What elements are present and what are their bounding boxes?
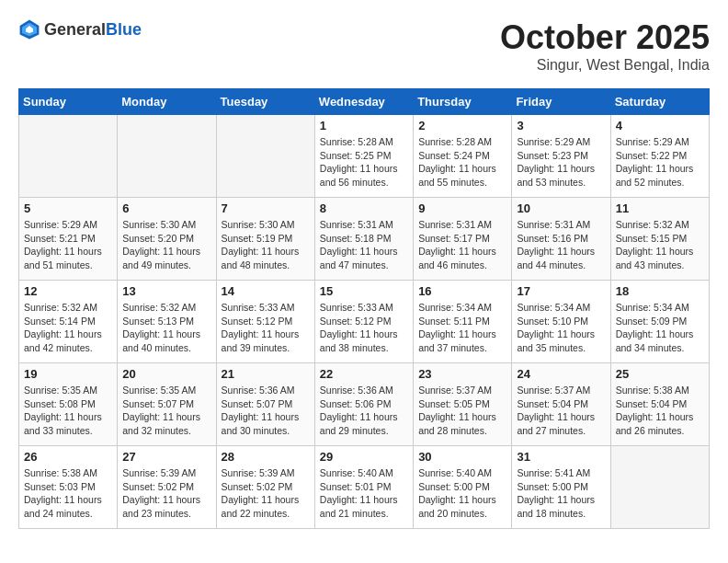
day-number: 8 [320,201,408,215]
day-number: 29 [320,450,408,464]
day-number: 27 [122,450,210,464]
calendar-week-row: 12Sunrise: 5:32 AM Sunset: 5:14 PM Dayli… [19,281,710,363]
day-number: 26 [24,450,112,464]
day-info: Sunrise: 5:29 AM Sunset: 5:23 PM Dayligh… [517,135,605,190]
calendar-cell: 27Sunrise: 5:39 AM Sunset: 5:02 PM Dayli… [118,446,216,529]
day-number: 9 [418,201,506,215]
calendar-cell: 16Sunrise: 5:34 AM Sunset: 5:11 PM Dayli… [414,281,512,363]
weekday-header-row: SundayMondayTuesdayWednesdayThursdayFrid… [19,89,710,115]
calendar-cell: 15Sunrise: 5:33 AM Sunset: 5:12 PM Dayli… [314,281,413,363]
day-number: 18 [616,284,704,298]
page-header: GeneralBlue October 2025 Singur, West Be… [18,18,710,74]
calendar-week-row: 5Sunrise: 5:29 AM Sunset: 5:21 PM Daylig… [19,198,710,281]
calendar-cell [19,115,118,198]
calendar-cell: 6Sunrise: 5:30 AM Sunset: 5:20 PM Daylig… [118,198,216,281]
calendar-cell: 29Sunrise: 5:40 AM Sunset: 5:01 PM Dayli… [314,446,413,529]
weekday-header-tuesday: Tuesday [216,89,314,115]
day-info: Sunrise: 5:33 AM Sunset: 5:12 PM Dayligh… [222,301,310,355]
day-info: Sunrise: 5:37 AM Sunset: 5:05 PM Dayligh… [418,384,506,438]
calendar-cell: 5Sunrise: 5:29 AM Sunset: 5:21 PM Daylig… [19,198,118,281]
day-info: Sunrise: 5:40 AM Sunset: 5:00 PM Dayligh… [418,466,506,521]
day-info: Sunrise: 5:30 AM Sunset: 5:19 PM Dayligh… [222,218,310,272]
calendar-cell: 21Sunrise: 5:36 AM Sunset: 5:07 PM Dayli… [216,363,314,446]
calendar-cell: 31Sunrise: 5:41 AM Sunset: 5:00 PM Dayli… [512,446,610,529]
logo-text: GeneralBlue [44,20,142,40]
day-info: Sunrise: 5:34 AM Sunset: 5:11 PM Dayligh… [418,301,506,355]
day-info: Sunrise: 5:40 AM Sunset: 5:01 PM Dayligh… [320,466,408,521]
calendar-cell: 22Sunrise: 5:36 AM Sunset: 5:06 PM Dayli… [314,363,413,446]
day-info: Sunrise: 5:33 AM Sunset: 5:12 PM Dayligh… [320,301,408,355]
day-number: 6 [122,201,210,215]
calendar-cell: 20Sunrise: 5:35 AM Sunset: 5:07 PM Dayli… [118,363,216,446]
logo: GeneralBlue [18,18,142,40]
day-number: 25 [616,367,704,381]
calendar-cell: 14Sunrise: 5:33 AM Sunset: 5:12 PM Dayli… [216,281,314,363]
day-number: 14 [222,284,310,298]
day-number: 16 [418,284,506,298]
day-number: 28 [222,450,310,464]
day-info: Sunrise: 5:35 AM Sunset: 5:08 PM Dayligh… [24,384,112,438]
logo-general: General [44,20,106,39]
day-number: 30 [418,450,506,464]
weekday-header-friday: Friday [512,89,610,115]
day-info: Sunrise: 5:29 AM Sunset: 5:21 PM Dayligh… [24,218,112,272]
day-info: Sunrise: 5:39 AM Sunset: 5:02 PM Dayligh… [222,466,310,521]
day-number: 20 [122,367,210,381]
calendar-week-row: 19Sunrise: 5:35 AM Sunset: 5:08 PM Dayli… [19,363,710,446]
weekday-header-wednesday: Wednesday [314,89,413,115]
day-info: Sunrise: 5:32 AM Sunset: 5:15 PM Dayligh… [616,218,704,272]
day-info: Sunrise: 5:36 AM Sunset: 5:07 PM Dayligh… [222,384,310,438]
day-info: Sunrise: 5:29 AM Sunset: 5:22 PM Dayligh… [616,135,704,190]
calendar-cell: 19Sunrise: 5:35 AM Sunset: 5:08 PM Dayli… [19,363,118,446]
day-info: Sunrise: 5:39 AM Sunset: 5:02 PM Dayligh… [122,466,210,521]
day-info: Sunrise: 5:38 AM Sunset: 5:03 PM Dayligh… [24,466,112,521]
month-title: October 2025 [500,18,710,57]
day-info: Sunrise: 5:31 AM Sunset: 5:16 PM Dayligh… [517,218,605,272]
day-number: 4 [616,119,704,132]
weekday-header-thursday: Thursday [414,89,512,115]
calendar-cell: 24Sunrise: 5:37 AM Sunset: 5:04 PM Dayli… [512,363,610,446]
calendar-cell: 25Sunrise: 5:38 AM Sunset: 5:04 PM Dayli… [610,363,709,446]
day-info: Sunrise: 5:34 AM Sunset: 5:10 PM Dayligh… [517,301,605,355]
day-number: 24 [517,367,605,381]
day-number: 12 [24,284,112,298]
day-number: 1 [320,119,408,132]
location-title: Singur, West Bengal, India [500,57,710,74]
calendar-cell: 23Sunrise: 5:37 AM Sunset: 5:05 PM Dayli… [414,363,512,446]
calendar-cell: 17Sunrise: 5:34 AM Sunset: 5:10 PM Dayli… [512,281,610,363]
day-number: 11 [616,201,704,215]
calendar-cell: 4Sunrise: 5:29 AM Sunset: 5:22 PM Daylig… [610,115,709,198]
calendar-week-row: 26Sunrise: 5:38 AM Sunset: 5:03 PM Dayli… [19,446,710,529]
day-info: Sunrise: 5:41 AM Sunset: 5:00 PM Dayligh… [517,466,605,521]
day-info: Sunrise: 5:28 AM Sunset: 5:25 PM Dayligh… [320,135,408,190]
day-info: Sunrise: 5:28 AM Sunset: 5:24 PM Dayligh… [418,135,506,190]
calendar-cell: 8Sunrise: 5:31 AM Sunset: 5:18 PM Daylig… [314,198,413,281]
title-area: October 2025 Singur, West Bengal, India [500,18,710,74]
day-info: Sunrise: 5:30 AM Sunset: 5:20 PM Dayligh… [122,218,210,272]
day-info: Sunrise: 5:38 AM Sunset: 5:04 PM Dayligh… [616,384,704,438]
weekday-header-sunday: Sunday [19,89,118,115]
logo-blue: Blue [106,20,142,39]
day-number: 5 [24,201,112,215]
day-number: 23 [418,367,506,381]
day-number: 19 [24,367,112,381]
day-number: 15 [320,284,408,298]
day-number: 10 [517,201,605,215]
calendar-cell [216,115,314,198]
day-number: 31 [517,450,605,464]
day-number: 13 [122,284,210,298]
calendar-cell: 7Sunrise: 5:30 AM Sunset: 5:19 PM Daylig… [216,198,314,281]
day-info: Sunrise: 5:35 AM Sunset: 5:07 PM Dayligh… [122,384,210,438]
calendar-cell [118,115,216,198]
calendar-cell: 18Sunrise: 5:34 AM Sunset: 5:09 PM Dayli… [610,281,709,363]
calendar-cell: 30Sunrise: 5:40 AM Sunset: 5:00 PM Dayli… [414,446,512,529]
calendar-cell: 3Sunrise: 5:29 AM Sunset: 5:23 PM Daylig… [512,115,610,198]
day-info: Sunrise: 5:31 AM Sunset: 5:17 PM Dayligh… [418,218,506,272]
day-info: Sunrise: 5:32 AM Sunset: 5:13 PM Dayligh… [122,301,210,355]
calendar-cell [610,446,709,529]
day-info: Sunrise: 5:31 AM Sunset: 5:18 PM Dayligh… [320,218,408,272]
weekday-header-saturday: Saturday [610,89,709,115]
calendar-cell: 2Sunrise: 5:28 AM Sunset: 5:24 PM Daylig… [414,115,512,198]
calendar-cell: 9Sunrise: 5:31 AM Sunset: 5:17 PM Daylig… [414,198,512,281]
day-number: 17 [517,284,605,298]
